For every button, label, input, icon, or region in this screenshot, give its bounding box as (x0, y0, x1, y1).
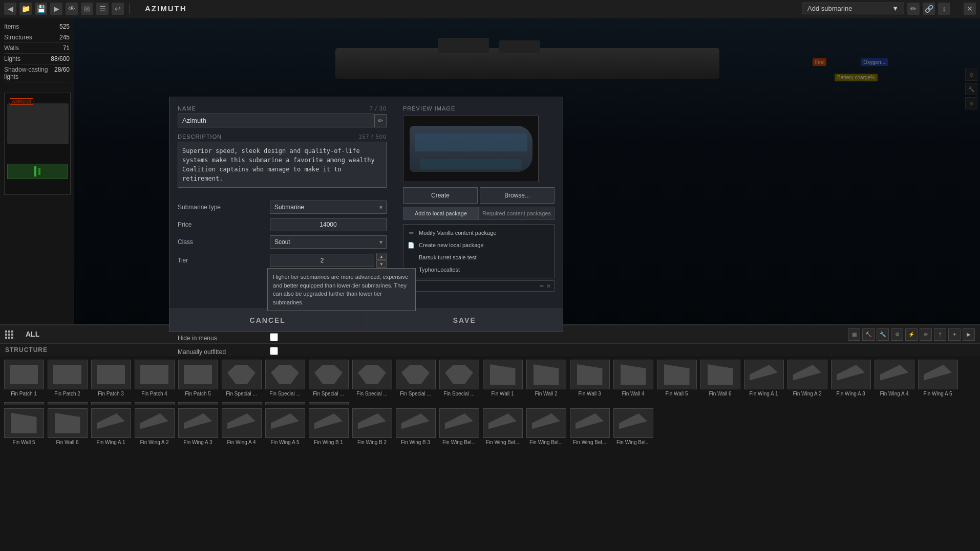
list-item[interactable]: Fin Wall 5 (655, 357, 698, 400)
list-item[interactable]: Fin Wall 3 (568, 357, 611, 400)
pointer-tool[interactable]: ↕ (938, 3, 950, 15)
item-label: Fin Wing Bel... (616, 439, 650, 446)
list-item[interactable]: Fin Wing Bel... (524, 406, 568, 452)
list-item[interactable]: Fin Wing A 3 (829, 357, 872, 400)
pencil-tool[interactable]: ✏ (907, 3, 920, 15)
tier-down-arrow[interactable]: ▼ (376, 260, 387, 268)
folder-button[interactable]: 📁 (19, 3, 32, 15)
required-packages-tab[interactable]: Required content packages (479, 207, 555, 220)
play-button[interactable]: ▶ (50, 3, 62, 15)
list-item[interactable]: Fin Wing A 1 (89, 406, 133, 452)
add-submarine-dropdown[interactable]: Add submarine ▼ (802, 3, 904, 14)
list-view-button[interactable]: ☰ (96, 3, 109, 15)
hide-menus-row: Hide in menus (178, 333, 387, 343)
list-item[interactable]: Fin Wing B 3 (394, 406, 437, 452)
list-item[interactable]: Fin Wing Bel... (133, 400, 176, 405)
close-search-icon[interactable]: ✕ (546, 283, 551, 290)
name-edit-icon[interactable]: ✏ (374, 114, 387, 127)
package-item-create[interactable]: 📄 Create new local package (403, 239, 554, 251)
cancel-button[interactable]: CANCEL (169, 309, 367, 332)
list-item[interactable]: Fin Special ... (437, 357, 481, 400)
item-label: Fin Wing Bel... (529, 439, 563, 446)
panel-expand-button[interactable]: ▶ (963, 328, 975, 341)
list-item[interactable]: Fin Wing Bel... (263, 400, 307, 405)
panel-icon-8[interactable]: ✦ (948, 328, 961, 341)
list-item[interactable]: Fin Wing A 2 (785, 357, 829, 400)
walls-stat: Walls 71 (4, 43, 70, 54)
list-item[interactable]: Fin Wing B 1 (2, 400, 46, 405)
save-button[interactable]: SAVE (367, 309, 563, 332)
list-item[interactable]: Fin Wing A 5 (263, 406, 307, 452)
tier-input[interactable] (270, 254, 374, 267)
close-button[interactable]: ✕ (964, 3, 976, 15)
panel-icon-7[interactable]: † (934, 328, 946, 341)
list-item[interactable]: Fin Wing Bel... (220, 400, 263, 405)
price-input[interactable] (270, 218, 387, 231)
structures-stat: Structures 245 (4, 32, 70, 43)
list-item[interactable]: Fin Special ... (394, 357, 437, 400)
panel-icon-5[interactable]: ⚡ (905, 328, 918, 341)
save-button[interactable]: 💾 (35, 3, 47, 15)
list-item[interactable]: Fin Wing B 2 (350, 406, 394, 452)
back-button[interactable]: ◀ (4, 3, 16, 15)
package-item-typhon[interactable]: TyphonLocaltest (403, 263, 554, 276)
package-item-modify[interactable]: ✏ Modify Vanilla content package (403, 227, 554, 239)
list-item[interactable]: Fin Wall 5 (2, 406, 46, 452)
list-item[interactable]: Fin Wing Bel... (481, 406, 524, 452)
add-local-tab[interactable]: Add to local package (403, 207, 479, 220)
panel-icon-3[interactable]: 🔧 (877, 328, 889, 341)
description-textarea[interactable]: Superior speed, sleek design and quality… (178, 142, 387, 188)
list-item[interactable]: Fin Wing B 2 (46, 400, 89, 405)
list-item[interactable]: Fin Patch 3 (89, 357, 133, 400)
list-item[interactable]: Fin Wing Bel... (307, 400, 350, 405)
list-item[interactable]: Fin Wall 4 (611, 357, 655, 400)
magnet-tool[interactable]: 🔗 (923, 3, 935, 15)
undo-button[interactable]: ↩ (112, 3, 124, 15)
list-item[interactable]: Fin Wing A 1 (742, 357, 785, 400)
list-item[interactable]: Fin Wall 1 (481, 357, 524, 400)
list-item[interactable]: Fin Patch 2 (46, 357, 89, 400)
list-item[interactable]: Fin Wing Bel... (568, 406, 611, 452)
item-thumb (91, 402, 131, 405)
list-item[interactable]: Fin Wing Bel... (176, 400, 220, 405)
list-item[interactable]: Fin Patch 1 (2, 357, 46, 400)
create-button[interactable]: Create (403, 187, 478, 204)
package-item-barsuk[interactable]: Barsuk turret scale test (403, 251, 554, 263)
class-select[interactable]: Scout Attack Transport Support Deep Dive… (270, 235, 387, 249)
list-item[interactable]: Fin Wing Bel... (437, 406, 481, 452)
list-item[interactable]: Fin Wing B 1 (307, 406, 350, 452)
submarine-type-select[interactable]: Submarine Outpost Beacon Station Wreck (270, 201, 387, 214)
item-thumb (613, 360, 653, 389)
eye-button[interactable]: 👁 (66, 3, 78, 15)
list-item[interactable]: Fin Wing A 4 (220, 406, 263, 452)
browse-button[interactable]: Browse... (480, 187, 555, 204)
list-item[interactable]: Fin Wing A 3 (176, 406, 220, 452)
panel-icon-2[interactable]: 🔨 (862, 328, 875, 341)
tier-tooltip: Higher tier submarines are more advanced… (267, 268, 416, 311)
list-item[interactable]: Fin Wing A 5 (916, 357, 960, 400)
panel-icon-6[interactable]: ⊕ (920, 328, 932, 341)
dialog-overlay[interactable]: NAME 7 / 30 ✏ DESCRIPTION 157 / 500 Supe… (74, 17, 980, 324)
panel-icon-1[interactable]: ▦ (848, 328, 860, 341)
panel-icon-4[interactable]: ⚙ (891, 328, 903, 341)
name-input[interactable] (178, 114, 374, 127)
tier-up-arrow[interactable]: ▲ (376, 253, 387, 260)
package-search-input[interactable] (407, 282, 540, 290)
item-label: Fin Special ... (443, 391, 475, 397)
item-thumb (483, 360, 523, 389)
list-item[interactable]: Fin Wing A 4 (872, 357, 916, 400)
list-item[interactable]: Fin Wall 2 (524, 357, 568, 400)
list-item[interactable]: Fin Wall 6 (46, 406, 89, 452)
file-icon: 📄 (408, 241, 415, 249)
list-item[interactable]: Fin Wing A 2 (133, 406, 176, 452)
grid-view-button[interactable]: ⊞ (81, 3, 93, 15)
list-item[interactable]: Fin Wing B 3 (89, 400, 133, 405)
manually-outfitted-checkbox[interactable] (270, 347, 278, 355)
tier-row: Tier ▲ ▼ Higher tier submarines are more… (178, 253, 387, 268)
item-thumb (48, 408, 88, 438)
item-label: Fin Wall 5 (12, 439, 35, 446)
dialog-buttons: CANCEL SAVE (169, 308, 563, 332)
list-item[interactable]: Fin Wing Bel... (611, 406, 655, 452)
list-item[interactable]: Fin Wall 6 (698, 357, 742, 400)
hide-menus-checkbox[interactable] (270, 333, 278, 341)
